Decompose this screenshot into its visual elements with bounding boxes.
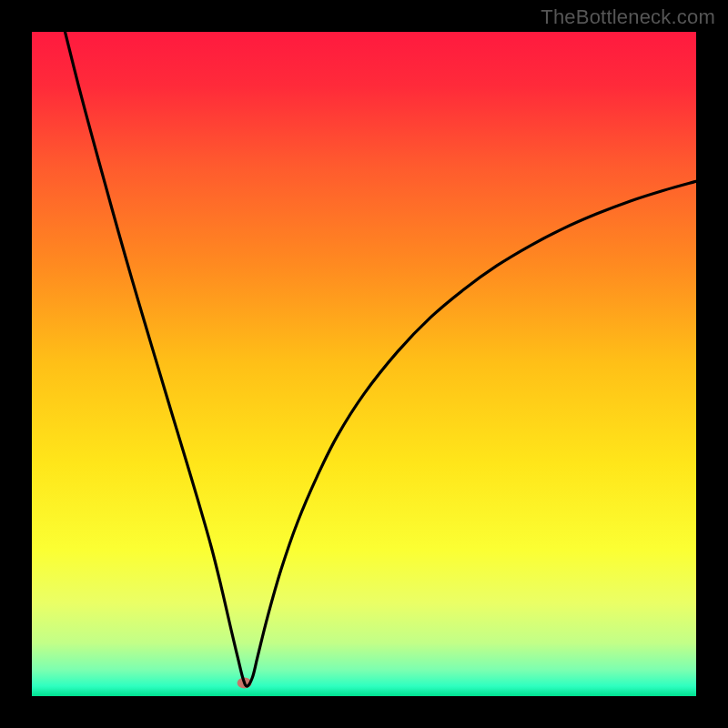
attribution-label: TheBottleneck.com xyxy=(541,5,715,29)
chart-frame: TheBottleneck.com xyxy=(0,0,728,728)
bottleneck-chart xyxy=(32,32,696,696)
chart-plot-area xyxy=(32,32,696,696)
gradient-background xyxy=(32,32,696,696)
